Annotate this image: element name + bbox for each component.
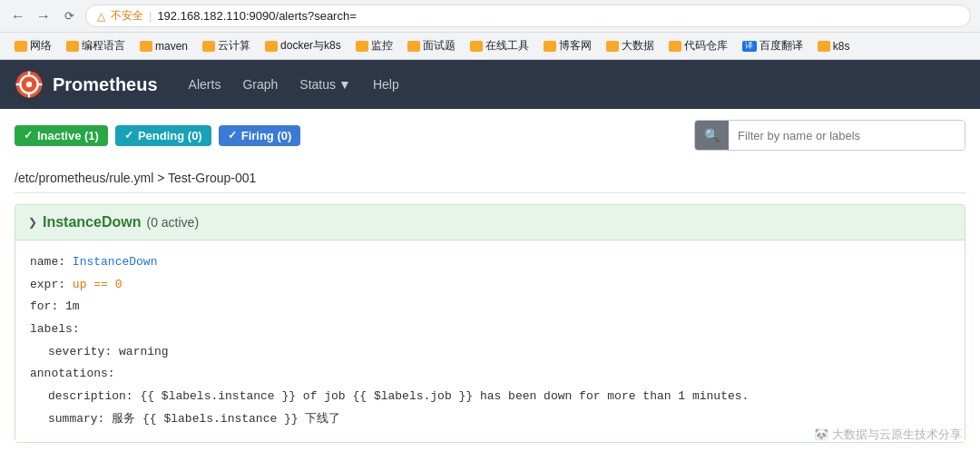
rule-annotations-line: annotations: — [30, 363, 950, 386]
breadcrumb: /etc/prometheus/rule.yml > Test-Group-00… — [15, 163, 965, 193]
firing-label: Firing (0) — [241, 129, 292, 142]
folder-icon — [669, 41, 681, 52]
rule-expr-line: expr: up == 0 — [30, 274, 950, 297]
status-dropdown-arrow: ▼ — [338, 77, 351, 92]
folder-icon — [544, 41, 556, 52]
description-value: {{ $labels.instance }} of job {{ $labels… — [140, 389, 749, 403]
address-bar[interactable]: △ 不安全 | 192.168.182.110:9090/alerts?sear… — [85, 5, 971, 27]
browser-bar: ← → ⟳ △ 不安全 | 192.168.182.110:9090/alert… — [0, 0, 980, 33]
annotations-key: annotations: — [30, 367, 115, 380]
rule-detail: name: InstanceDown expr: up == 0 for: 1m… — [15, 240, 965, 442]
expand-chevron-icon: ❯ — [28, 216, 37, 229]
bookmark-blog[interactable]: 博客网 — [538, 36, 597, 55]
search-input[interactable] — [729, 129, 965, 142]
folder-icon — [140, 41, 152, 52]
folder-icon — [407, 41, 420, 52]
bookmark-k8s[interactable]: k8s — [812, 38, 856, 54]
summary-key: summary: — [48, 412, 104, 426]
bookmark-programming[interactable]: 编程语言 — [61, 36, 131, 55]
pending-badge[interactable]: ✓ Pending (0) — [115, 125, 211, 146]
bookmark-tools[interactable]: 在线工具 — [465, 36, 534, 55]
pending-label: Pending (0) — [138, 129, 202, 142]
prometheus-logo-icon — [15, 70, 44, 99]
bookmarks-bar: 网络 编程语言 maven 云计算 docker与k8s 监控 面试题 在线工具… — [0, 33, 980, 60]
rule-description-line: description: {{ $labels.instance }} of j… — [48, 386, 950, 408]
folder-icon — [356, 41, 368, 52]
bookmark-cloud[interactable]: 云计算 — [197, 36, 256, 55]
search-button[interactable]: 🔍 — [695, 121, 729, 150]
rule-severity-line: severity: warning — [48, 341, 950, 364]
bookmark-bigdata[interactable]: 大数据 — [601, 36, 660, 55]
alert-group: ❯ InstanceDown (0 active) name: Instance… — [15, 204, 965, 443]
inactive-check: ✓ — [24, 129, 33, 142]
filter-badges: ✓ Inactive (1) ✓ Pending (0) ✓ Firing (0… — [15, 125, 300, 146]
app-title: Prometheus — [53, 74, 158, 95]
breadcrumb-separator: > — [157, 171, 168, 185]
for-key: for: — [30, 299, 58, 313]
main-content: ✓ Inactive (1) ✓ Pending (0) ✓ Firing (0… — [0, 109, 980, 461]
expr-value: up == 0 — [73, 278, 122, 291]
labels-key: labels: — [30, 322, 80, 336]
folder-icon — [15, 41, 27, 52]
alert-group-header[interactable]: ❯ InstanceDown (0 active) — [15, 205, 965, 240]
search-box: 🔍 — [694, 120, 965, 151]
address-text: 192.168.182.110:9090/alerts?search= — [157, 9, 356, 23]
folder-icon — [470, 41, 483, 52]
firing-badge[interactable]: ✓ Firing (0) — [219, 125, 301, 146]
alert-group-count: (0 active) — [146, 215, 199, 230]
name-key: name: — [30, 255, 65, 269]
prometheus-logo: Prometheus — [15, 70, 158, 99]
prometheus-navbar: Prometheus Alerts Graph Status ▼ Help — [0, 60, 980, 109]
bookmark-network[interactable]: 网络 — [9, 36, 57, 55]
forward-button[interactable]: → — [34, 7, 53, 25]
folder-icon — [818, 41, 830, 52]
bookmark-monitor[interactable]: 监控 — [350, 36, 398, 55]
folder-icon — [66, 41, 79, 52]
description-key: description: — [48, 389, 133, 403]
severity-value: warning — [119, 345, 169, 358]
breadcrumb-group: Test-Group-001 — [168, 171, 256, 185]
nav-alerts[interactable]: Alerts — [180, 72, 230, 97]
bookmark-translate[interactable]: 译 百度翻译 — [737, 36, 808, 55]
name-value: InstanceDown — [73, 255, 158, 269]
bookmark-coderepo[interactable]: 代码仓库 — [663, 36, 733, 55]
nav-links: Alerts Graph Status ▼ Help — [180, 72, 408, 97]
translate-icon: 译 — [742, 41, 757, 52]
bookmark-maven[interactable]: maven — [134, 38, 193, 54]
pending-check: ✓ — [124, 129, 133, 142]
security-label: 不安全 — [111, 8, 143, 24]
summary-value: 服务 {{ $labels.instance }} 下线了 — [112, 412, 340, 426]
inactive-badge[interactable]: ✓ Inactive (1) — [15, 125, 108, 146]
filter-bar: ✓ Inactive (1) ✓ Pending (0) ✓ Firing (0… — [15, 120, 965, 151]
rule-for-line: for: 1m — [30, 296, 950, 319]
svg-point-2 — [26, 82, 32, 87]
rule-labels-line: labels: — [30, 319, 950, 341]
refresh-button[interactable]: ⟳ — [60, 7, 78, 25]
nav-status[interactable]: Status ▼ — [290, 72, 360, 97]
folder-icon — [202, 41, 215, 52]
bookmark-docker[interactable]: docker与k8s — [260, 36, 347, 55]
nav-help[interactable]: Help — [364, 72, 408, 97]
breadcrumb-path: /etc/prometheus/rule.yml — [15, 171, 153, 185]
rule-summary-line: summary: 服务 {{ $labels.instance }} 下线了 — [48, 408, 950, 431]
for-value: 1m — [65, 299, 80, 313]
nav-graph[interactable]: Graph — [233, 72, 287, 97]
url-divider: | — [149, 9, 152, 23]
alert-group-name: InstanceDown — [43, 214, 141, 230]
inactive-label: Inactive (1) — [37, 129, 99, 142]
back-button[interactable]: ← — [9, 7, 27, 25]
expr-key: expr: — [30, 278, 65, 291]
firing-check: ✓ — [228, 129, 237, 142]
rule-name-line: name: InstanceDown — [30, 251, 950, 274]
folder-icon — [606, 41, 619, 52]
bookmark-interview[interactable]: 面试题 — [402, 36, 461, 55]
security-icon: △ — [97, 10, 105, 23]
severity-key: severity: — [48, 345, 112, 358]
folder-icon — [265, 41, 278, 52]
